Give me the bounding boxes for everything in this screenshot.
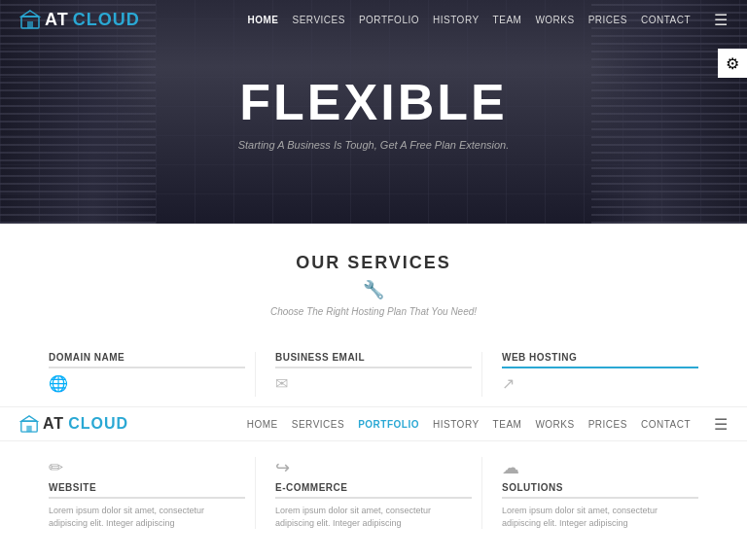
service-cards-row2: ✏ WEBSITE Lorem ipsum dolor sit amet, co… [0, 441, 747, 539]
nav2-works[interactable]: WORKS [535, 419, 574, 430]
services-title: OUR SERVICES [39, 253, 708, 273]
svg-rect-5 [26, 426, 31, 432]
hosting-icon: ↗ [502, 374, 698, 393]
service-ecommerce-text: Lorem ipsum dolor sit amet, consectetur … [275, 505, 472, 529]
nav2-home[interactable]: HOME [247, 419, 278, 430]
service-card-ecommerce: ↪ E-COMMERCE Lorem ipsum dolor sit amet,… [266, 457, 482, 529]
service-card-domain: DOMAIN NAME 🌐 [39, 352, 256, 397]
hamburger-icon[interactable]: ☰ [714, 11, 728, 29]
nav-home[interactable]: HOME [248, 15, 279, 25]
svg-marker-4 [21, 416, 37, 421]
service-card-website: ✏ WEBSITE Lorem ipsum dolor sit amet, co… [39, 457, 256, 529]
services-icon: 🔧 [39, 279, 708, 300]
hero-section: AT CLOUD HOME SERVICES PORTFOLIO HISTORY… [0, 0, 747, 224]
nav-services[interactable]: SERVICES [293, 15, 345, 25]
nav-team[interactable]: TEAM [493, 15, 522, 25]
settings-icon: ⚙ [726, 54, 739, 73]
service-solutions-text: Lorem ipsum dolor sit amet, consectetur … [502, 505, 698, 529]
ecommerce-icon: ↪ [275, 457, 472, 478]
solutions-icon: ☁ [502, 457, 698, 478]
logo-cloud: CLOUD [73, 10, 140, 30]
nav-links: HOME SERVICES PORTFOLIO HISTORY TEAM WOR… [248, 11, 728, 29]
logo2-cloud: CLOUD [68, 415, 128, 433]
logo2[interactable]: AT CLOUD [19, 414, 128, 434]
logo-icon [19, 9, 41, 30]
nav2-contact[interactable]: CONTACT [641, 419, 691, 430]
nav-contact[interactable]: CONTACT [641, 15, 691, 25]
nav2-services[interactable]: SERVICES [292, 419, 344, 430]
nav2-team[interactable]: TEAM [493, 419, 522, 430]
service-cards-row1: DOMAIN NAME 🌐 BUSINESS EMAIL ✉ WEB HOSTI… [0, 336, 747, 406]
logo-at: AT [45, 10, 69, 30]
service-card-hosting: WEB HOSTING ↗ [492, 352, 708, 397]
logo2-icon [19, 414, 39, 434]
nav2-portfolio[interactable]: PORTFOLIO [358, 419, 419, 430]
service-solutions-title: SOLUTIONS [502, 482, 698, 499]
services-section: OUR SERVICES 🔧 Choose The Right Hosting … [0, 224, 747, 336]
works-section: OUR WORKS 🔧 Show Amazing Your Works [0, 539, 747, 560]
email-icon: ✉ [275, 374, 472, 393]
services-subtitle: Choose The Right Hosting Plan That You N… [39, 306, 708, 317]
hero-title: FLEXIBLE [239, 73, 507, 131]
service-website-text: Lorem ipsum dolor sit amet, consectetur … [49, 505, 245, 529]
service-email-title: BUSINESS EMAIL [275, 352, 472, 368]
nav2-links: HOME SERVICES PORTFOLIO HISTORY TEAM WOR… [247, 415, 728, 434]
website-icon: ✏ [49, 457, 245, 478]
svg-rect-2 [27, 21, 33, 28]
nav-portfolio[interactable]: PORTFOLIO [359, 15, 419, 25]
logo[interactable]: AT CLOUD [19, 9, 140, 30]
svg-marker-1 [21, 11, 39, 17]
nav-history[interactable]: HISTORY [433, 15, 480, 25]
service-domain-title: DOMAIN NAME [49, 352, 245, 368]
service-website-title: WEBSITE [49, 482, 245, 499]
nav-works[interactable]: WORKS [535, 15, 574, 25]
domain-icon: 🌐 [49, 374, 245, 393]
nav2-prices[interactable]: PRICES [588, 419, 627, 430]
hamburger2-icon[interactable]: ☰ [714, 415, 728, 434]
nav2-history[interactable]: HISTORY [433, 419, 480, 430]
service-ecommerce-title: E-COMMERCE [275, 482, 472, 499]
settings-button[interactable]: ⚙ [718, 49, 747, 78]
secondary-navbar: AT CLOUD HOME SERVICES PORTFOLIO HISTORY… [0, 406, 747, 441]
nav-prices[interactable]: PRICES [588, 15, 627, 25]
main-navbar: AT CLOUD HOME SERVICES PORTFOLIO HISTORY… [0, 0, 747, 39]
service-card-email: BUSINESS EMAIL ✉ [266, 352, 482, 397]
hero-subtitle: Starting A Business Is Tough, Get A Free… [238, 139, 510, 151]
service-hosting-title: WEB HOSTING [502, 352, 698, 368]
logo2-at: AT [43, 415, 64, 433]
service-card-solutions: ☁ SOLUTIONS Lorem ipsum dolor sit amet, … [492, 457, 708, 529]
